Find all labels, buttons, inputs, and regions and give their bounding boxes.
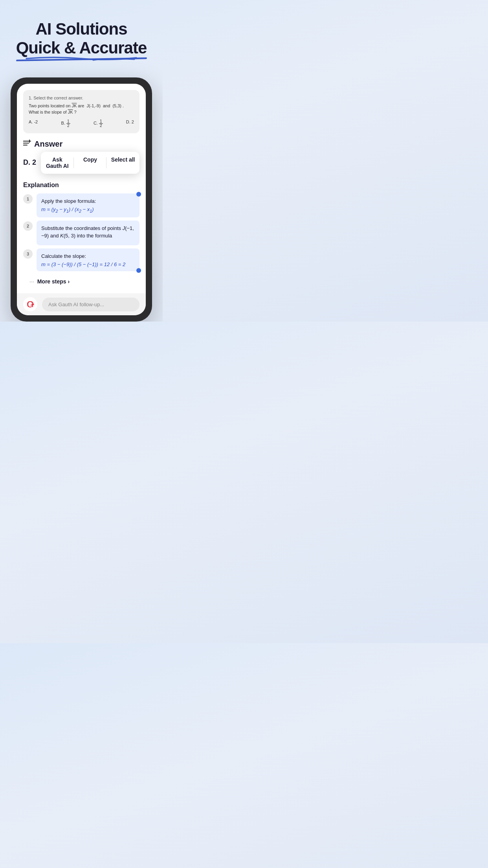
svg-point-5 [23,297,37,311]
step-3-bottom-dot [136,268,141,273]
ask-followup-input[interactable]: Ask Gauth AI follow-up... [42,298,139,311]
context-menu-wrapper: D. 2 Ask Gauth AI Copy Select all [23,152,139,174]
phone-container: 1. Select the correct answer. Two points… [11,77,152,322]
step-2-text: Substitute the coordinates of points J(−… [41,224,135,240]
option-d: D. 2 [126,120,134,128]
answer-options: A. -2 B. 12 C. 12 D. 2 [29,120,134,128]
answer-value: D. 2 [23,158,36,167]
option-b: B. 12 [61,120,70,128]
more-steps[interactable]: ··· More steps › [23,274,139,289]
phone-frame: 1. Select the correct answer. Two points… [11,77,152,322]
step-3: 3 Calculate the slope: m = (3 − (−9)) / … [23,248,139,272]
option-a: A. -2 [29,120,38,128]
answer-icon [23,140,31,148]
more-steps-text: More steps › [37,278,70,285]
more-steps-dots: ··· [29,278,34,285]
step-2-content: Substitute the coordinates of points J(−… [37,221,139,245]
step-3-number: 3 [23,249,33,259]
hero-line2: Quick & Accurate [16,39,147,57]
step-3-text: Calculate the slope: [41,252,135,260]
step-1-content: Apply the slope formula: m = (y2 − y1) /… [37,193,139,217]
hero-title: AI Solutions Quick & Accurate [12,20,151,58]
bottom-bar: Ask Gauth AI follow-up... [17,293,146,315]
answer-section: Answer D. 2 Ask Gauth AI Copy Select all [17,136,146,180]
gauth-logo [23,297,37,311]
option-c: C. 12 [94,120,103,128]
answer-label-row: Answer [23,140,139,149]
answer-title: Answer [34,140,62,149]
step-3-formula: m = (3 − (−9)) / (5 − (−1)) = 12 / 6 = 2 [41,261,135,267]
step-1-text: Apply the slope formula: [41,197,135,205]
step-2: 2 Substitute the coordinates of points J… [23,221,139,245]
step-2-number: 2 [23,221,33,231]
explanation-section: Explanation 1 Apply the slope formula: m… [17,180,146,294]
jk-label-2: JK [68,110,73,114]
context-menu: Ask Gauth AI Copy Select all [41,152,139,174]
question-header: 1. Select the correct answer. [29,96,134,100]
copy-button[interactable]: Copy [74,152,107,174]
step-1: 1 Apply the slope formula: m = (y2 − y1)… [23,193,139,217]
step-3-content: Calculate the slope: m = (3 − (−9)) / (5… [37,248,139,272]
step-1-top-dot [136,192,141,197]
jk-label-1: JK [72,103,77,108]
question-card: 1. Select the correct answer. Two points… [23,90,139,133]
explanation-title: Explanation [23,182,139,189]
step-1-formula: m = (y2 − y1) / (x2 − x1) [41,206,135,213]
phone-screen: 1. Select the correct answer. Two points… [17,84,146,316]
ask-gauth-ai-button[interactable]: Ask Gauth AI [41,152,74,174]
question-text: Two points located on JK are J(-1,-9) an… [29,103,134,116]
hero-section: AI Solutions Quick & Accurate [0,0,163,70]
select-all-button[interactable]: Select all [106,152,139,174]
hero-line1: AI Solutions [36,20,127,38]
step-1-number: 1 [23,194,33,204]
